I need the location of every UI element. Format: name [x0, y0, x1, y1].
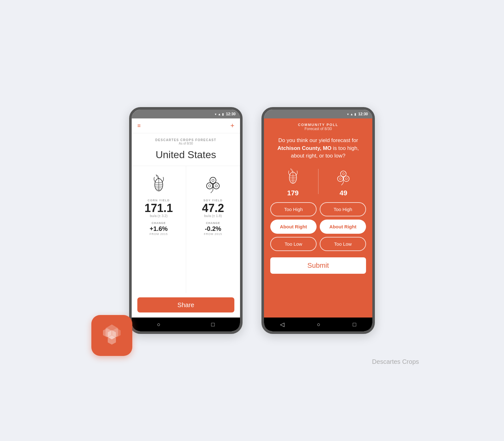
poll-corn: 179 — [270, 166, 316, 197]
wifi-icon: ▾ — [215, 112, 216, 116]
soy-unit: bu/a (± 1.8) — [204, 214, 222, 218]
signal-icon-right: ▲ — [350, 112, 353, 116]
svg-point-2 — [213, 183, 220, 189]
svg-point-12 — [346, 178, 347, 180]
scene: ▾ ▲ ▮ 12:30 ≡ + DESCARTES CROPS FORECAST… — [79, 66, 425, 375]
signal-icon: ▲ — [218, 112, 221, 116]
soy-too-low-button[interactable]: Too Low — [320, 237, 366, 251]
corn-column: CORN YIELD 171.1 bu/a (± 3.2) CHANGE +1.… — [132, 166, 186, 293]
svg-point-5 — [215, 185, 217, 187]
status-icons-left: ▾ ▲ ▮ — [215, 112, 224, 116]
corn-about-right-button[interactable]: About Right — [270, 220, 317, 234]
poll-question-bold: Atchison County, MO — [278, 145, 332, 151]
corn-too-high-button[interactable]: Too High — [270, 202, 317, 216]
right-phone-content: COMMUNITY POLL Forecast of 8/30 Do you t… — [264, 118, 372, 318]
svg-point-11 — [339, 178, 341, 180]
recents-nav-icon[interactable]: □ — [211, 321, 215, 328]
poll-crop-divider — [318, 169, 318, 194]
forecast-label: DESCARTES CROPS FORECAST As of 8/30 — [132, 133, 240, 146]
forecast-title: DESCARTES CROPS FORECAST — [132, 138, 240, 142]
app-icon-graphic — [98, 321, 126, 350]
submit-area: Submit — [264, 256, 372, 279]
status-icons-right: ▾ ▲ ▮ — [347, 112, 356, 116]
corn-change-from: FROM 2015 — [150, 232, 168, 236]
status-time-left: 12:30 — [226, 112, 236, 116]
svg-point-4 — [209, 185, 211, 187]
corn-icon — [148, 173, 170, 195]
status-bar-right: ▾ ▲ ▮ 12:30 — [264, 110, 372, 118]
soy-icon-area — [200, 171, 226, 196]
svg-point-1 — [207, 183, 213, 189]
recents-nav-icon-right[interactable]: □ — [353, 321, 356, 328]
country-name: United States — [132, 146, 240, 166]
poll-soy-icon — [332, 166, 354, 188]
poll-title: COMMUNITY POLL — [268, 123, 369, 127]
svg-point-10 — [341, 171, 346, 176]
status-bar-left: ▾ ▲ ▮ 12:30 — [132, 110, 240, 118]
svg-point-8 — [338, 176, 343, 181]
left-phone-content: ≡ + DESCARTES CROPS FORECAST As of 8/30 … — [132, 118, 240, 318]
poll-buttons-grid: Too High Too High About Right About Righ… — [264, 197, 372, 256]
soy-change-value: -0.2% — [205, 225, 221, 232]
submit-button[interactable]: Submit — [270, 257, 366, 274]
battery-icon: ▮ — [222, 112, 224, 116]
forecast-date: As of 8/30 — [132, 142, 240, 145]
svg-point-6 — [212, 179, 214, 181]
soy-change-label: CHANGE — [206, 221, 220, 225]
corn-change-value: +1.6% — [150, 225, 168, 232]
soy-change-from: FROM 2015 — [204, 232, 222, 236]
plus-icon[interactable]: + — [230, 122, 234, 130]
corn-value: 171.1 — [145, 203, 173, 214]
soy-column: SOY YIELD 47.2 bu/a (± 1.8) CHANGE -0.2%… — [186, 166, 240, 293]
share-btn-area: Share — [132, 293, 240, 318]
svg-point-3 — [210, 177, 216, 184]
soy-too-high-button[interactable]: Too High — [320, 202, 366, 216]
poll-corn-value: 179 — [287, 189, 299, 197]
crops-row: CORN YIELD 171.1 bu/a (± 3.2) CHANGE +1.… — [132, 166, 240, 293]
svg-point-13 — [342, 173, 344, 175]
left-phone-nav: ○ □ — [132, 318, 240, 331]
soy-about-right-button[interactable]: About Right — [320, 220, 366, 234]
watermark: Descartes Crops — [372, 358, 419, 365]
left-phone: ▾ ▲ ▮ 12:30 ≡ + DESCARTES CROPS FORECAST… — [129, 107, 243, 334]
poll-corn-icon — [282, 166, 304, 188]
soy-value: 47.2 — [202, 203, 224, 214]
poll-soy-value: 49 — [340, 189, 347, 197]
poll-soy: 49 — [321, 166, 366, 197]
right-phone-nav: ◁ ○ □ — [264, 318, 372, 331]
right-phone: ▾ ▲ ▮ 12:30 COMMUNITY POLL Forecast of 8… — [261, 107, 375, 334]
poll-question: Do you think our yield forecast for Atch… — [264, 134, 372, 163]
corn-unit: bu/a (± 3.2) — [150, 214, 168, 218]
poll-crops-row: 179 — [264, 163, 372, 197]
status-time-right: 12:30 — [358, 112, 368, 116]
poll-header: COMMUNITY POLL Forecast of 8/30 — [264, 118, 372, 134]
corn-change-label: CHANGE — [152, 221, 166, 225]
home-nav-icon-right[interactable]: ○ — [317, 321, 320, 328]
back-nav-icon[interactable]: ◁ — [280, 321, 284, 328]
poll-question-start: Do you think our yield forecast for — [278, 137, 358, 143]
soy-icon — [202, 173, 224, 195]
poll-subtitle: Forecast of 8/30 — [268, 127, 369, 131]
left-phone-header: ≡ + — [132, 118, 240, 133]
svg-point-9 — [344, 176, 349, 181]
home-nav-icon[interactable]: ○ — [157, 321, 161, 328]
app-icon — [91, 315, 132, 356]
share-button[interactable]: Share — [137, 297, 234, 312]
battery-icon-right: ▮ — [354, 112, 356, 116]
hamburger-icon[interactable]: ≡ — [137, 123, 141, 129]
corn-too-low-button[interactable]: Too Low — [270, 237, 317, 251]
wifi-icon-right: ▾ — [347, 112, 349, 116]
corn-icon-area — [146, 171, 171, 196]
